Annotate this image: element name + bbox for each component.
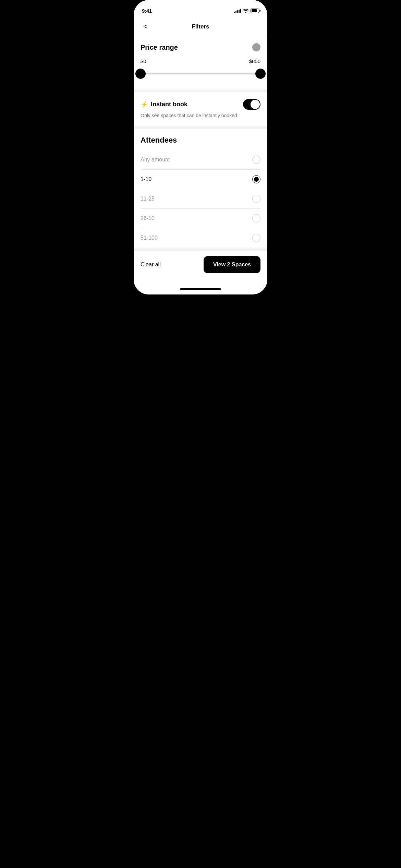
instant-book-section: ⚡ Instant book Only see spaces that can … [134, 92, 267, 126]
attendees-option-26-50-label: 26-50 [141, 215, 155, 221]
page-title: Filters [192, 23, 209, 30]
instant-book-toggle[interactable] [243, 99, 260, 110]
battery-icon [251, 9, 259, 13]
instant-book-title: Instant book [151, 101, 187, 108]
price-slider[interactable] [141, 68, 260, 80]
attendees-option-any-label: Any amount [141, 157, 170, 163]
price-range-title: Price range [141, 44, 178, 51]
price-range-header: Price range [141, 43, 260, 51]
attendees-option-26-50[interactable]: 26-50 [141, 209, 260, 228]
attendees-option-26-50-radio [252, 214, 260, 222]
bottom-bar: Clear all View 2 Spaces [134, 250, 267, 284]
attendees-title: Attendees [141, 136, 260, 145]
price-min-label: $0 [141, 58, 146, 64]
price-range-section: Price range $0 $850 [134, 36, 267, 89]
slider-track [141, 73, 260, 74]
home-indicator-bar [180, 288, 221, 290]
phone-frame: 9:41 < Filters [134, 0, 267, 294]
status-icons [234, 9, 259, 13]
attendees-section: Attendees Any amount 1-10 11-25 26-50 51… [134, 129, 267, 248]
attendees-option-1-10-label: 1-10 [141, 176, 151, 182]
signal-bars-icon [234, 9, 241, 13]
wifi-icon [243, 9, 248, 13]
slider-thumb-min[interactable] [135, 69, 146, 79]
slider-thumb-max[interactable] [255, 69, 266, 79]
info-dot-icon [252, 43, 260, 51]
attendees-option-51-100-label: 51-100 [141, 235, 158, 241]
price-labels: $0 $850 [141, 58, 260, 64]
attendees-option-51-100[interactable]: 51-100 [141, 228, 260, 248]
status-bar: 9:41 [134, 0, 267, 17]
status-time: 9:41 [142, 8, 152, 14]
attendees-option-11-25-label: 11-25 [141, 196, 155, 202]
price-max-label: $850 [249, 58, 260, 64]
attendees-option-any-radio [252, 156, 260, 164]
attendees-option-11-25[interactable]: 11-25 [141, 189, 260, 209]
attendees-option-11-25-radio [252, 195, 260, 203]
home-indicator [134, 284, 267, 294]
attendees-option-1-10-radio [252, 175, 260, 183]
instant-book-title-row: ⚡ Instant book [141, 101, 187, 108]
toggle-thumb [251, 100, 260, 109]
nav-header: < Filters [134, 17, 267, 36]
clear-all-button[interactable]: Clear all [141, 259, 161, 270]
scroll-content: Price range $0 $850 ⚡ Instant book [134, 36, 267, 250]
attendees-option-any[interactable]: Any amount [141, 150, 260, 170]
attendees-option-1-10[interactable]: 1-10 [141, 170, 260, 189]
attendees-option-51-100-radio [252, 234, 260, 242]
instant-book-header: ⚡ Instant book [141, 99, 260, 110]
back-button[interactable]: < [141, 20, 150, 33]
lightning-icon: ⚡ [141, 101, 148, 108]
instant-book-description: Only see spaces that can be instantly bo… [141, 112, 260, 119]
view-spaces-button[interactable]: View 2 Spaces [204, 256, 260, 273]
